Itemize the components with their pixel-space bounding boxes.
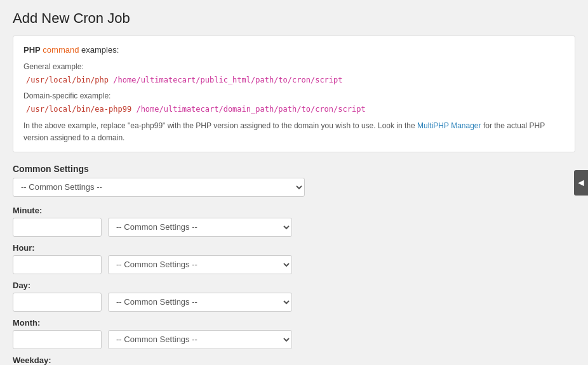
multiphp-manager-link[interactable]: MultiPHP Manager <box>417 121 481 130</box>
side-panel-button[interactable]: ◄ <box>574 170 588 196</box>
general-example-label: General example: <box>23 61 565 73</box>
domain-example-label: Domain-specific example: <box>23 90 565 102</box>
common-settings-dropdown[interactable]: -- Common Settings -- Every Minute (* * … <box>13 178 305 197</box>
input-month[interactable] <box>13 330 102 349</box>
domain-code1: /usr/local/bin/ea-php99 <box>26 105 131 114</box>
input-row-hour: -- Common Settings --Every Minute (* * *… <box>13 255 575 274</box>
field-group-month: Month:-- Common Settings --Every Minute … <box>13 318 575 349</box>
label-day: Day: <box>13 281 575 290</box>
info-box: PHP command examples: General example: /… <box>13 36 575 152</box>
label-minute: Minute: <box>13 206 575 215</box>
input-day[interactable] <box>13 293 102 312</box>
label-weekday: Weekday: <box>13 355 575 365</box>
field-group-hour: Hour:-- Common Settings --Every Minute (… <box>13 243 575 274</box>
fields-container: Minute:-- Common Settings --Every Minute… <box>13 206 575 365</box>
select-minute[interactable]: -- Common Settings --Every Minute (* * *… <box>108 218 292 237</box>
field-group-weekday: Weekday:-- Common Settings --Every Minut… <box>13 355 575 365</box>
general-code2-text: /home/ultimatecart/public_html/path/to/c… <box>113 76 342 84</box>
common-settings-section: Common Settings -- Common Settings -- Ev… <box>13 164 575 197</box>
general-example-code: /usr/local/bin/php /home/ultimatecart/pu… <box>23 74 565 86</box>
note-text: In the above example, replace "ea-php99"… <box>23 120 565 144</box>
select-month[interactable]: -- Common Settings --Every Minute (* * *… <box>108 330 292 349</box>
label-hour: Hour: <box>13 243 575 253</box>
field-group-day: Day:-- Common Settings --Every Minute (*… <box>13 281 575 312</box>
field-group-minute: Minute:-- Common Settings --Every Minute… <box>13 206 575 237</box>
command-label-text: command <box>43 45 79 55</box>
general-code1: /usr/local/bin/php <box>26 76 109 84</box>
input-hour[interactable] <box>13 255 102 274</box>
label-month: Month: <box>13 318 575 328</box>
page-title: Add New Cron Job <box>13 10 575 27</box>
domain-code2-text: /home/ultimatecart/domain_path/path/to/c… <box>136 105 365 114</box>
input-row-day: -- Common Settings --Every Minute (* * *… <box>13 293 575 312</box>
domain-example-code: /usr/local/bin/ea-php99 /home/ultimateca… <box>23 103 565 116</box>
input-minute[interactable] <box>13 218 102 237</box>
select-hour[interactable]: -- Common Settings --Every Minute (* * *… <box>108 255 292 274</box>
common-settings-label: Common Settings <box>13 164 575 174</box>
input-row-minute: -- Common Settings --Every Minute (* * *… <box>13 218 575 237</box>
examples-text: examples: <box>81 45 119 55</box>
input-row-month: -- Common Settings --Every Minute (* * *… <box>13 330 575 349</box>
php-label: PHP <box>23 45 41 55</box>
select-day[interactable]: -- Common Settings --Every Minute (* * *… <box>108 293 292 312</box>
